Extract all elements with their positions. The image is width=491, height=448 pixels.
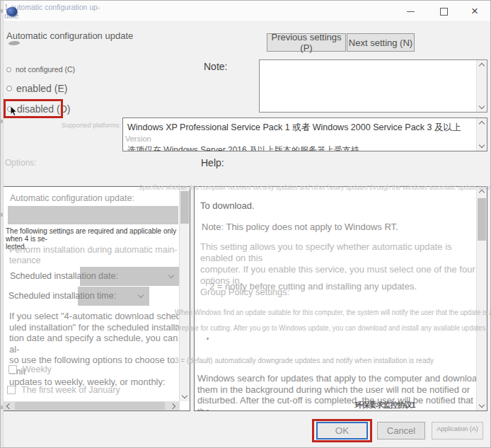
radio-icon (6, 67, 11, 72)
auto-config-update-label: Automatic configuration update: (10, 193, 134, 203)
edge-tick (1, 9, 3, 13)
help-note-rt: Note: This policy does not apply to Wind… (202, 222, 398, 232)
radio-enabled[interactable]: enabled (E) (6, 83, 67, 94)
cancel-button[interactable]: Cancel (377, 422, 425, 440)
minimize-button[interactable] (395, 1, 426, 22)
radio-icon (6, 86, 12, 91)
note-label: Note: (204, 61, 227, 72)
edge-tick (1, 120, 3, 123)
radio-not-configured[interactable]: not configured (C) (6, 65, 75, 74)
checkbox-label: The first week of January (21, 385, 120, 395)
scroll-up-icon[interactable] (479, 63, 485, 69)
left-edge-scroll-strip[interactable] (1, 1, 4, 448)
help-label: Help: (201, 157, 224, 168)
titlebar: 1 automatic configuration up- date × (1, 1, 491, 22)
apply-button[interactable]: Application (A) (432, 422, 483, 440)
note-scrollbar[interactable] (476, 60, 487, 112)
garbled-cjk-overlay: 环保要求监控协议1 (354, 400, 415, 410)
radio-label: enabled (E) (16, 83, 67, 94)
note-textarea[interactable] (259, 59, 487, 113)
scroll-left-icon[interactable] (6, 403, 12, 409)
scroll-down-icon[interactable] (182, 393, 187, 398)
window-title: 1 automatic configuration up- date (4, 3, 132, 20)
next-setting-button[interactable]: Next setting (N) (347, 33, 415, 52)
auto-config-update-dropdown[interactable] (8, 206, 178, 224)
schedule-paragraph: If you select "4-automatic download sche… (9, 311, 190, 388)
maximize-button[interactable] (428, 1, 459, 22)
supported-platforms-box: Windows XP Professional Service Pack 1 或… (122, 117, 487, 151)
checkbox-icon (8, 365, 17, 374)
radio-label: not configured (C) (16, 65, 75, 74)
scheduled-time-label: Scheduled installation time: (8, 291, 116, 301)
checkbox-first-week[interactable]: The first week of January (7, 385, 120, 395)
options-horizontal-scrollbar[interactable] (4, 401, 180, 410)
scrollbar-thumb[interactable] (15, 402, 165, 410)
previous-settings-button[interactable]: Previous settings (P) (267, 33, 346, 52)
policy-setting-dialog: 1 automatic configuration up- date × Aut… (0, 0, 491, 448)
options-panel: Automatic configuration update: The foll… (3, 186, 190, 411)
maintenance-option-text: Perform installation during automatic ma… (9, 245, 178, 266)
chevron-down-icon (168, 272, 174, 278)
supported-line-2: Version (125, 134, 151, 143)
highlight-box-ok (312, 419, 372, 442)
scroll-up-icon[interactable] (479, 121, 485, 127)
scheduled-date-label: Scheduled installation date: (10, 271, 118, 281)
help-panel: To download. Note: This policy does not … (194, 186, 487, 411)
scroll-up-icon[interactable] (479, 190, 485, 195)
edge-tick (1, 213, 3, 217)
scrollbar-thumb[interactable] (478, 198, 486, 241)
help-to-download: To download. (200, 200, 255, 211)
maximize-icon (440, 8, 448, 16)
minimize-icon (407, 11, 415, 12)
close-button[interactable]: × (459, 1, 490, 22)
mouse-cursor-icon (10, 106, 18, 117)
help-search-paragraph: Windows search for updates that apply to… (197, 373, 487, 411)
options-vertical-scrollbar[interactable] (179, 187, 190, 401)
scroll-right-icon[interactable] (170, 403, 175, 409)
artifact-smudge (8, 41, 21, 45)
checkbox-label: Weekly (23, 364, 52, 374)
chevron-down-icon (138, 292, 144, 298)
artifact-dot (207, 338, 209, 340)
checkbox-weekly[interactable]: Weekly (8, 364, 52, 374)
supported-line-1: Windows XP Professional Service Pack 1 或… (127, 122, 461, 134)
scroll-down-icon[interactable] (479, 103, 485, 109)
page-title: Automatic configuration update (6, 30, 133, 41)
supported-line-3: 选项仅在 Windows Server 2016 及以上版本的服务器上受支持 (127, 144, 359, 151)
app-icon (6, 7, 17, 16)
help-option2: 2 = notify before cutting and installing… (209, 281, 417, 292)
help-vertical-scrollbar[interactable] (476, 187, 487, 410)
options-label: Options: (5, 158, 37, 168)
checkbox-icon (7, 386, 16, 394)
supported-platforms-label: Supported platforms: (62, 122, 121, 129)
supported-scrollbar[interactable] (476, 118, 487, 151)
scroll-down-icon[interactable] (479, 142, 485, 148)
edge-tick (1, 406, 3, 409)
scroll-down-icon[interactable] (479, 402, 485, 408)
scrollbar-thumb[interactable] (180, 191, 189, 224)
